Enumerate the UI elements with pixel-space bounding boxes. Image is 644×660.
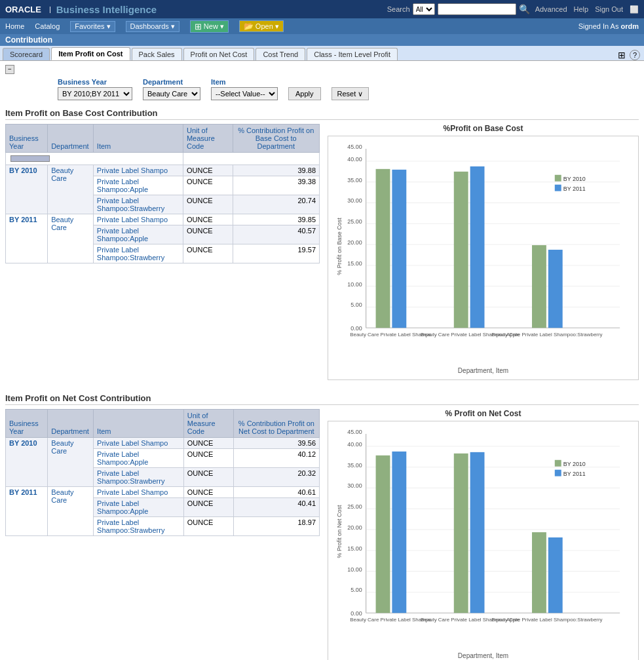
open-dropdown[interactable]: 📂Open ▾ — [239, 20, 284, 32]
table-row: BY 2011 Beauty Care Private Label Shampo… — [6, 214, 320, 225]
chart2-xlabel: Department, Item — [333, 652, 633, 659]
svg-text:5.00: 5.00 — [350, 301, 362, 308]
signout-link[interactable]: Sign Out — [595, 5, 623, 14]
search-area: Search All 🔍 — [387, 3, 530, 15]
section2-table-wrap: Business Year Department Item Unit of Me… — [5, 409, 320, 660]
svg-text:35.00: 35.00 — [347, 177, 362, 184]
favorites-dropdown[interactable]: Favorites ▾ — [70, 21, 115, 32]
uom-cell: OUNCE — [183, 214, 233, 225]
th-dept-1: Department — [48, 125, 94, 153]
help-link[interactable]: Help — [574, 5, 589, 14]
department-select[interactable]: Beauty Care — [143, 87, 200, 100]
svg-text:10.00: 10.00 — [347, 566, 362, 573]
uom-cell: OUNCE — [183, 176, 233, 195]
apply-button[interactable]: Apply — [288, 87, 321, 100]
pct-cell: 19.57 — [233, 244, 320, 263]
home-link[interactable]: Home — [5, 22, 24, 30]
bi-title: Business Intelligence — [56, 4, 157, 15]
reset-button[interactable]: Reset ∨ — [331, 87, 369, 100]
bar-g3-2010 — [532, 245, 546, 328]
year-cell: BY 2010 — [6, 438, 48, 487]
section1-chart: %Profit on Base Cost 0.00 5.00 10.00 15.… — [328, 124, 639, 380]
collapse-icon[interactable]: − — [5, 65, 14, 74]
th-item-1: Item — [93, 125, 183, 153]
tab-pack-sales[interactable]: Pack Sales — [132, 48, 182, 60]
pct-cell: 18.97 — [233, 517, 319, 536]
new-dropdown[interactable]: ⊞New ▾ — [190, 20, 229, 33]
search-label: Search — [387, 5, 410, 13]
chart2-title: % Profit on Net Cost — [328, 409, 639, 418]
svg-text:45.00: 45.00 — [347, 429, 362, 435]
uom-cell: OUNCE — [183, 449, 233, 468]
pct-cell: 39.56 — [233, 438, 319, 449]
section1-header: Item Profit on Base Cost Contribution — [5, 108, 639, 120]
tab-cost-trend[interactable]: Cost Trend — [256, 48, 305, 60]
tab-item-profit-on-cost[interactable]: Item Profit on Cost — [51, 47, 130, 60]
tab-bar: Scorecard Item Profit on Cost Pack Sales… — [0, 46, 644, 61]
catalog-link[interactable]: Catalog — [35, 22, 60, 30]
section2-table: Business Year Department Item Unit of Me… — [5, 409, 320, 536]
pct-cell: 20.74 — [233, 195, 320, 214]
tab-profit-on-net-cost[interactable]: Profit on Net Cost — [183, 48, 255, 60]
filter-row: Business Year BY 2010;BY 2011 Department… — [5, 78, 639, 100]
section1-body: Business Year Department Item Unit of Me… — [5, 124, 639, 380]
svg-rect-25 — [555, 175, 561, 182]
search-input[interactable] — [438, 3, 516, 15]
dept-cell: Beauty Care — [48, 487, 94, 536]
item-cell: Private Label Shampo — [94, 487, 184, 498]
bar-g3-2011 — [548, 250, 563, 328]
section2-header: Item Profit on Net Cost Contribution — [5, 393, 639, 405]
section1-table: Business Year Department Item Unit of Me… — [5, 124, 320, 263]
item-cell: Private Label Shampoo:Apple — [93, 225, 183, 244]
search-icon[interactable]: 🔍 — [519, 4, 530, 14]
pct-cell: 20.32 — [233, 468, 319, 487]
business-year-select[interactable]: BY 2010;BY 2011 — [58, 87, 132, 100]
item-select[interactable]: --Select Value-- — [211, 87, 278, 100]
top-nav-links: Advanced Help Sign Out ⬜ — [535, 5, 639, 14]
window-icon[interactable]: ⬜ — [630, 5, 639, 14]
pct-cell: 39.85 — [233, 214, 320, 225]
help-icon[interactable]: ? — [630, 50, 640, 60]
tab-class-item[interactable]: Class - Item Level Profit — [307, 48, 398, 60]
svg-text:30.00: 30.00 — [347, 483, 362, 490]
pct-cell: 39.38 — [233, 176, 320, 195]
year-cell: BY 2010 — [6, 165, 48, 214]
svg-text:20.00: 20.00 — [347, 524, 362, 531]
tab-scorecard[interactable]: Scorecard — [3, 48, 50, 60]
th-uom-1: Unit of Measure Code — [183, 125, 233, 153]
item-cell: Private Label Shampo — [94, 438, 184, 449]
bar2-g3-2010 — [532, 532, 546, 613]
svg-text:45.00: 45.00 — [347, 144, 362, 150]
year-cell: BY 2011 — [6, 214, 48, 263]
item-cell: Private Label Shampoo:Strawberry — [93, 244, 183, 263]
table-row: BY 2010 Beauty Care Private Label Shampo… — [6, 438, 320, 449]
grid-icon[interactable]: ⊞ — [618, 50, 626, 60]
svg-text:15.00: 15.00 — [347, 545, 362, 552]
table-row: BY 2010 Beauty Care Private Label Shampo… — [6, 165, 320, 176]
svg-text:Beauty Care Private Label Sham: Beauty Care Private Label Shampoo:Strawb… — [491, 617, 602, 623]
search-scope-select[interactable]: All — [413, 3, 435, 15]
svg-text:30.00: 30.00 — [347, 198, 362, 204]
th-uom-2: Unit of Measure Code — [183, 410, 233, 438]
section2-body: Business Year Department Item Unit of Me… — [5, 409, 639, 660]
svg-text:40.00: 40.00 — [347, 156, 362, 163]
uom-cell: OUNCE — [183, 195, 233, 214]
uom-cell: OUNCE — [183, 244, 233, 263]
svg-text:Beauty Care Private Label Sham: Beauty Care Private Label Shampoo:Strawb… — [491, 332, 602, 338]
svg-text:Beauty Care Private Label Sham: Beauty Care Private Label Shampo — [350, 617, 432, 623]
item-cell: Private Label Shampoo:Strawberry — [94, 468, 184, 487]
item-label: Item — [211, 78, 278, 86]
content: − Business Year BY 2010;BY 2011 Departme… — [0, 61, 644, 660]
item-cell: Private Label Shampo — [93, 214, 183, 225]
pct-cell: 40.41 — [233, 498, 319, 517]
bar-g1-2011 — [392, 170, 406, 328]
svg-text:BY 2011: BY 2011 — [563, 471, 586, 477]
svg-text:40.00: 40.00 — [347, 441, 362, 448]
svg-text:BY 2011: BY 2011 — [563, 185, 586, 192]
advanced-link[interactable]: Advanced — [535, 5, 567, 14]
th-year-1: Business Year — [6, 125, 48, 153]
th-pct-1: % Contribution Profit on Base Cost to De… — [233, 125, 320, 153]
item-cell: Private Label Shampoo:Apple — [94, 449, 184, 468]
oracle-logo: ORACLE — [5, 5, 41, 14]
dashboards-dropdown[interactable]: Dashboards ▾ — [126, 21, 180, 32]
